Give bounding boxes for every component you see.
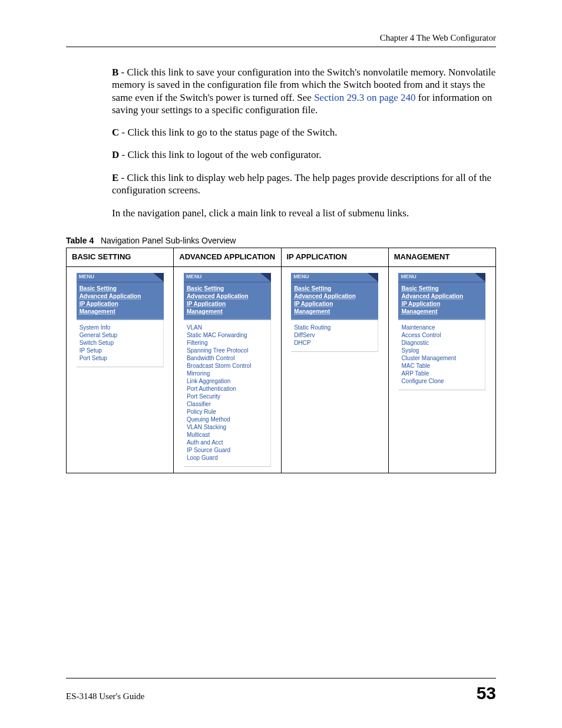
nav-ip-application[interactable]: IP Application	[80, 300, 161, 308]
col-basic-setting: BASIC SETTING	[67, 248, 174, 267]
nav-overview-table: BASIC SETTING ADVANCED APPLICATION IP AP…	[66, 248, 496, 473]
nav-management[interactable]: Management	[294, 308, 375, 315]
sub-queuing-method[interactable]: Queuing Method	[187, 416, 267, 423]
advanced-application-panel: MENU Basic Setting Advanced Application …	[184, 273, 271, 467]
c-text: - Click this link to go to the status pa…	[119, 127, 337, 138]
nav-advanced-application[interactable]: Advanced Application	[294, 292, 375, 300]
sub-cluster-management[interactable]: Cluster Management	[401, 354, 482, 362]
paragraph-b: B - Click this link to save your configu…	[112, 66, 496, 116]
table-caption: Table 4 Navigation Panel Sub-links Overv…	[66, 236, 496, 245]
sub-mirroring[interactable]: Mirroring	[187, 370, 267, 377]
sub-system-info[interactable]: System Info	[80, 324, 160, 331]
col-advanced-application: ADVANCED APPLICATION	[174, 248, 281, 267]
nav-ip-application[interactable]: IP Application	[401, 300, 482, 308]
nav-advanced-application[interactable]: Advanced Application	[187, 292, 268, 300]
sub-dhcp[interactable]: DHCP	[294, 339, 375, 347]
sub-diagnostic[interactable]: Diagnostic	[401, 339, 482, 347]
nav-ip-application[interactable]: IP Application	[187, 300, 268, 308]
sub-spanning-tree-protocol[interactable]: Spanning Tree Protocol	[187, 347, 267, 354]
sub-port-setup[interactable]: Port Setup	[80, 354, 160, 362]
nav-basic-setting[interactable]: Basic Setting	[187, 285, 268, 292]
sub-switch-setup[interactable]: Switch Setup	[80, 339, 160, 347]
basic-setting-panel: MENU Basic Setting Advanced Application …	[77, 273, 164, 367]
sub-vlan-stacking[interactable]: VLAN Stacking	[187, 423, 267, 431]
sub-link-aggregation[interactable]: Link Aggregation	[187, 377, 267, 385]
management-sublinks: Maintenance Access Control Diagnostic Sy…	[398, 320, 485, 390]
sub-policy-rule[interactable]: Policy Rule	[187, 408, 267, 416]
paragraph-e: E - Click this link to display web help …	[112, 172, 496, 197]
sub-port-authentication[interactable]: Port Authentication	[187, 385, 267, 393]
sub-auth-and-acct[interactable]: Auth and Acct	[187, 439, 267, 446]
sub-maintenance[interactable]: Maintenance	[401, 324, 482, 331]
nav-ip-application[interactable]: IP Application	[294, 300, 375, 308]
advanced-sublinks: VLAN Static MAC Forwarding Filtering Spa…	[184, 320, 271, 467]
footer-rule	[66, 678, 496, 678]
section-link[interactable]: Section 29.3 on page 240	[314, 92, 415, 103]
d-label: D	[112, 149, 119, 160]
nav-basic-setting[interactable]: Basic Setting	[80, 285, 161, 292]
col-management: MANAGEMENT	[388, 248, 495, 267]
sub-ip-source-guard[interactable]: IP Source Guard	[187, 446, 267, 454]
sub-broadcast-storm-control[interactable]: Broadcast Storm Control	[187, 362, 267, 370]
nav-basic-setting[interactable]: Basic Setting	[294, 285, 375, 292]
ip-sublinks: Static Routing DiffServ DHCP	[291, 320, 378, 352]
sub-classifier[interactable]: Classifier	[187, 400, 267, 408]
paragraph-c: C - Click this link to go to the status …	[112, 126, 496, 139]
sub-mac-table[interactable]: MAC Table	[401, 362, 482, 370]
table-number: Table 4	[66, 236, 94, 245]
sub-arp-table[interactable]: ARP Table	[401, 370, 482, 377]
sub-loop-guard[interactable]: Loop Guard	[187, 454, 267, 462]
menu-title: MENU	[184, 273, 271, 282]
main-nav: Basic Setting Advanced Application IP Ap…	[184, 282, 271, 320]
sub-multicast[interactable]: Multicast	[187, 431, 267, 439]
ip-application-panel: MENU Basic Setting Advanced Application …	[291, 273, 378, 352]
b-label: B	[112, 67, 118, 78]
management-panel: MENU Basic Setting Advanced Application …	[398, 273, 485, 390]
sub-diffserv[interactable]: DiffServ	[294, 331, 375, 339]
basic-sublinks: System Info General Setup Switch Setup I…	[77, 320, 164, 367]
sub-syslog[interactable]: Syslog	[401, 347, 482, 354]
e-text: - Click this link to display web help pa…	[112, 172, 491, 196]
c-label: C	[112, 127, 119, 138]
main-nav: Basic Setting Advanced Application IP Ap…	[291, 282, 378, 320]
chapter-header: Chapter 4 The Web Configurator	[66, 33, 496, 43]
sub-vlan[interactable]: VLAN	[187, 324, 267, 331]
main-nav: Basic Setting Advanced Application IP Ap…	[77, 282, 164, 320]
sub-bandwidth-control[interactable]: Bandwidth Control	[187, 354, 267, 362]
sub-ip-setup[interactable]: IP Setup	[80, 347, 160, 354]
nav-basic-setting[interactable]: Basic Setting	[401, 285, 482, 292]
sub-filtering[interactable]: Filtering	[187, 339, 267, 347]
sub-static-mac-forwarding[interactable]: Static MAC Forwarding	[187, 331, 267, 339]
sub-general-setup[interactable]: General Setup	[80, 331, 160, 339]
nav-management[interactable]: Management	[80, 308, 161, 315]
page-number: 53	[477, 683, 496, 703]
nav-advanced-application[interactable]: Advanced Application	[80, 292, 161, 300]
col-ip-application: IP APPLICATION	[281, 248, 388, 267]
sub-configure-clone[interactable]: Configure Clone	[401, 377, 482, 385]
page-footer: ES-3148 User's Guide 53	[66, 678, 496, 703]
sub-port-security[interactable]: Port Security	[187, 393, 267, 400]
nav-management[interactable]: Management	[187, 308, 268, 315]
guide-name: ES-3148 User's Guide	[66, 691, 145, 701]
e-label: E	[112, 172, 118, 183]
nav-management[interactable]: Management	[401, 308, 482, 315]
table-title: Navigation Panel Sub-links Overview	[101, 236, 236, 245]
header-rule	[66, 47, 496, 47]
main-nav: Basic Setting Advanced Application IP Ap…	[398, 282, 485, 320]
d-text: - Click this link to logout of the web c…	[119, 149, 321, 160]
menu-title: MENU	[77, 273, 164, 282]
sub-static-routing[interactable]: Static Routing	[294, 324, 375, 331]
menu-title: MENU	[398, 273, 485, 282]
nav-intro: In the navigation panel, click a main li…	[112, 207, 496, 219]
sub-access-control[interactable]: Access Control	[401, 331, 482, 339]
nav-advanced-application[interactable]: Advanced Application	[401, 292, 482, 300]
menu-title: MENU	[291, 273, 378, 282]
paragraph-d: D - Click this link to logout of the web…	[112, 149, 496, 161]
